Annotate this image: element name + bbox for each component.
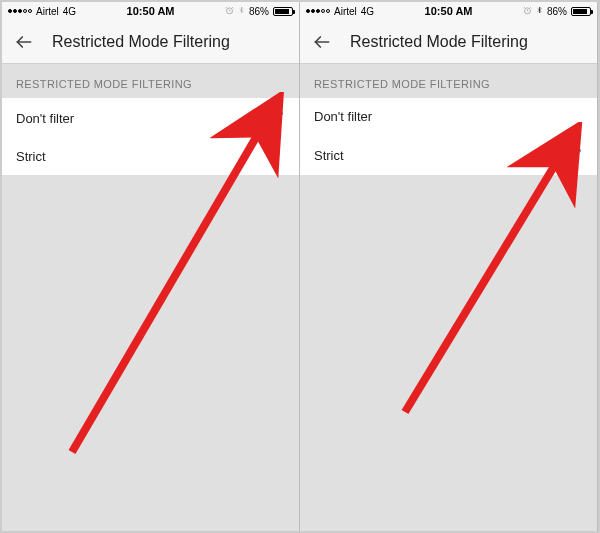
back-arrow-icon[interactable] <box>312 32 332 52</box>
battery-percent: 86% <box>249 6 269 17</box>
app-header: Restricted Mode Filtering <box>300 20 597 64</box>
option-label: Don't filter <box>314 109 372 124</box>
carrier-label: Airtel <box>334 6 357 17</box>
option-label: Don't filter <box>16 111 74 126</box>
page-title: Restricted Mode Filtering <box>350 33 528 51</box>
status-time: 10:50 AM <box>127 5 175 17</box>
option-dont-filter[interactable]: Don't filter <box>300 98 597 135</box>
battery-percent: 86% <box>547 6 567 17</box>
network-label: 4G <box>63 6 76 17</box>
option-strict[interactable]: Strict <box>300 135 597 175</box>
phone-screen-right: Airtel 4G 10:50 AM 86% Restricted Mode F… <box>300 2 598 531</box>
option-label: Strict <box>314 148 344 163</box>
signal-dots-icon <box>306 9 330 13</box>
carrier-label: Airtel <box>36 6 59 17</box>
bluetooth-icon <box>536 5 543 17</box>
signal-dots-icon <box>8 9 32 13</box>
option-strict[interactable]: Strict <box>2 138 299 175</box>
section-header: RESTRICTED MODE FILTERING <box>2 64 299 98</box>
battery-icon <box>571 7 591 16</box>
bluetooth-icon <box>238 5 245 17</box>
alarm-icon <box>523 6 532 17</box>
back-arrow-icon[interactable] <box>14 32 34 52</box>
option-list: Don't filter Strict <box>2 98 299 175</box>
network-label: 4G <box>361 6 374 17</box>
section-header: RESTRICTED MODE FILTERING <box>300 64 597 98</box>
check-icon <box>267 109 285 127</box>
check-icon <box>565 146 583 164</box>
app-header: Restricted Mode Filtering <box>2 20 299 64</box>
phone-screen-left: Airtel 4G 10:50 AM 86% Restricted Mode F… <box>2 2 300 531</box>
alarm-icon <box>225 6 234 17</box>
page-title: Restricted Mode Filtering <box>52 33 230 51</box>
status-bar: Airtel 4G 10:50 AM 86% <box>2 2 299 20</box>
option-dont-filter[interactable]: Don't filter <box>2 98 299 138</box>
option-label: Strict <box>16 149 46 164</box>
option-list: Don't filter Strict <box>300 98 597 175</box>
status-time: 10:50 AM <box>425 5 473 17</box>
battery-icon <box>273 7 293 16</box>
svg-line-5 <box>405 140 570 412</box>
status-bar: Airtel 4G 10:50 AM 86% <box>300 2 597 20</box>
